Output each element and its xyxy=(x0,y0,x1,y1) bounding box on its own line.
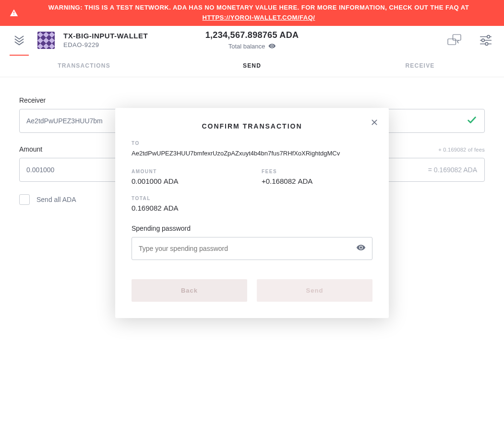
svg-point-5 xyxy=(482,39,485,42)
svg-rect-1 xyxy=(448,39,456,45)
modal-total-label: TOTAL xyxy=(132,196,372,201)
balance-block: 1,234,567.898765 ADA Total balance xyxy=(205,30,299,50)
wallet-name: TX-BIG-INPUT-WALLET xyxy=(63,32,148,40)
wallet-avatar-icon xyxy=(37,32,55,49)
tab-send[interactable]: SEND xyxy=(168,55,336,77)
warning-triangle-icon xyxy=(10,9,18,17)
spending-password-input[interactable] xyxy=(132,237,372,260)
settings-sliders-icon[interactable] xyxy=(477,32,494,49)
fee-hint: + 0.169082 of fees xyxy=(438,147,485,153)
wallet-subtitle: EDAO-9229 xyxy=(63,41,148,48)
send-all-checkbox[interactable] xyxy=(19,194,30,205)
amount-equals: = 0.169082 ADA xyxy=(428,166,477,174)
modal-total-value: 0.169082 ADA xyxy=(132,204,372,212)
modal-to-address: Ae2tdPwUPEZ3HUU7bmfexrUzoZpAZxuyt4b4bn7f… xyxy=(132,149,372,158)
svg-point-7 xyxy=(485,42,488,45)
check-icon xyxy=(467,115,477,127)
modal-to-label: TO xyxy=(132,141,372,146)
receiver-label: Receiver xyxy=(19,96,485,104)
modal-fees-label: FEES xyxy=(262,169,372,174)
svg-rect-0 xyxy=(453,35,461,40)
back-button[interactable]: Back xyxy=(132,279,247,302)
test-network-warning-banner: WARNING: THIS IS A TEST NETWORK. ADA HAS… xyxy=(0,0,504,26)
modal-amount-label: AMOUNT xyxy=(132,169,242,174)
eye-icon[interactable] xyxy=(268,42,276,50)
warning-faq-link[interactable]: HTTPS://YOROI-WALLET.COM/FAQ/ xyxy=(203,14,315,21)
wallet-info: TX-BIG-INPUT-WALLET EDAO-9229 xyxy=(63,32,148,48)
confirm-transaction-modal: CONFIRM TRANSACTION TO Ae2tdPwUPEZ3HUU7b… xyxy=(115,108,389,318)
modal-amount-value: 0.001000 ADA xyxy=(132,177,242,185)
svg-point-3 xyxy=(487,35,490,38)
tab-receive[interactable]: RECEIVE xyxy=(336,55,504,77)
warning-text: WARNING: THIS IS A TEST NETWORK. ADA HAS… xyxy=(48,4,469,11)
send-button[interactable]: Send xyxy=(257,279,372,302)
tab-transactions[interactable]: TRANSACTIONS xyxy=(0,55,168,77)
send-all-label: Send all ADA xyxy=(36,196,76,203)
spending-password-label: Spending password xyxy=(132,225,372,232)
balance-label: Total balance xyxy=(228,43,265,50)
balance-amount: 1,234,567.898765 ADA xyxy=(205,30,299,40)
amount-label: Amount xyxy=(19,145,42,153)
modal-fees-value: +0.168082 ADA xyxy=(262,177,372,185)
wallet-tabs: TRANSACTIONS SEND RECEIVE xyxy=(0,55,504,77)
close-icon[interactable] xyxy=(371,118,378,129)
app-header: TX-BIG-INPUT-WALLET EDAO-9229 1,234,567.… xyxy=(0,26,504,55)
brand-menu-icon[interactable] xyxy=(10,31,29,50)
card-swap-icon[interactable] xyxy=(446,32,464,49)
modal-title: CONFIRM TRANSACTION xyxy=(132,122,372,130)
eye-icon[interactable] xyxy=(356,243,366,254)
